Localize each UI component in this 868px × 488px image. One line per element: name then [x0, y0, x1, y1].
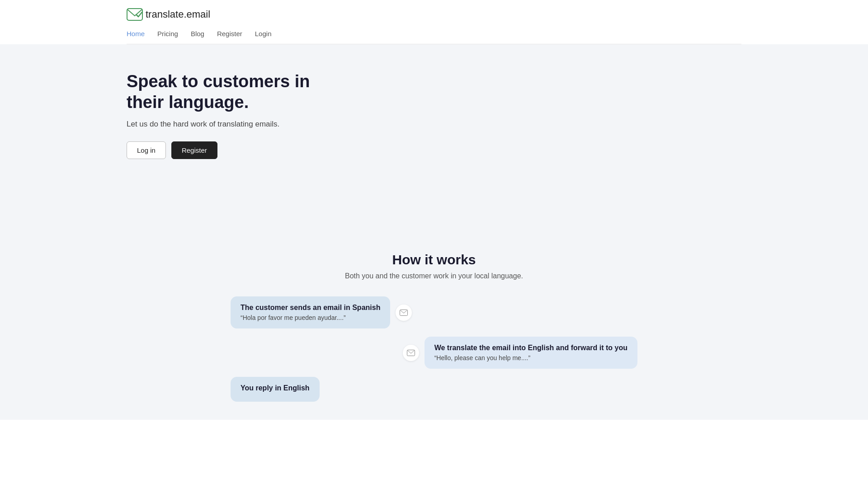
bubble-2-text: “Hello, please can you help me....” — [434, 354, 627, 361]
how-subtitle: Both you and the customer work in your l… — [127, 272, 741, 280]
bubble-2-title: We translate the email into English and … — [434, 344, 627, 352]
header: translate.email Home Pricing Blog Regist… — [0, 0, 868, 44]
how-title: How it works — [127, 252, 741, 267]
bubble-3-title: You reply in English — [241, 384, 310, 392]
nav-login[interactable]: Login — [255, 30, 272, 38]
how-it-works-section: How it works Both you and the customer w… — [0, 225, 868, 420]
email-icon-2 — [403, 345, 419, 361]
hero-section: Speak to customers in their language. Le… — [0, 44, 868, 225]
nav-bar: Home Pricing Blog Register Login — [127, 25, 741, 44]
hero-title: Speak to customers in their language. — [127, 71, 326, 113]
envelope-icon-2 — [407, 350, 415, 356]
nav-pricing[interactable]: Pricing — [157, 30, 178, 38]
logo-icon — [127, 8, 143, 21]
bubble-3: You reply in English — [231, 377, 320, 402]
chat-row-1: The customer sends an email in Spanish “… — [231, 296, 637, 328]
logo-row: translate.email — [127, 0, 741, 25]
chat-row-3: You reply in English — [231, 377, 637, 402]
envelope-icon-1 — [400, 310, 408, 316]
nav-register[interactable]: Register — [217, 30, 242, 38]
bubble-1-text: “Hola por favor me pueden ayudar....” — [241, 314, 380, 321]
email-icon-1 — [396, 305, 412, 321]
hero-subtitle: Let us do the hard work of translating e… — [127, 120, 741, 129]
bubble-1-title: The customer sends an email in Spanish — [241, 304, 380, 312]
hero-buttons: Log in Register — [127, 141, 741, 159]
nav-home[interactable]: Home — [127, 30, 145, 38]
bubble-1: The customer sends an email in Spanish “… — [231, 296, 390, 328]
chat-row-2: We translate the email into English and … — [231, 337, 637, 369]
bubble-2: We translate the email into English and … — [425, 337, 637, 369]
chat-container: The customer sends an email in Spanish “… — [231, 296, 637, 402]
login-button[interactable]: Log in — [127, 141, 166, 159]
logo-text: translate.email — [146, 9, 210, 20]
register-button[interactable]: Register — [171, 141, 217, 159]
nav-blog[interactable]: Blog — [191, 30, 204, 38]
